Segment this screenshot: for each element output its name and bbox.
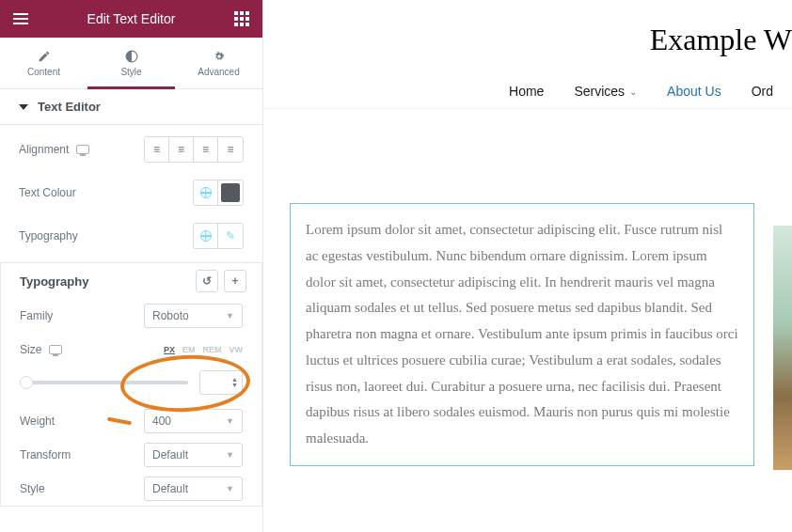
panel-header: Edit Text Editor bbox=[0, 0, 262, 38]
align-left-icon[interactable]: ≡ bbox=[145, 137, 169, 162]
tab-content-label: Content bbox=[27, 67, 60, 77]
size-label-text: Size bbox=[20, 343, 41, 356]
sidebar-image bbox=[773, 226, 792, 470]
chevron-down-icon: ▼ bbox=[226, 484, 234, 493]
unit-vw[interactable]: VW bbox=[230, 345, 244, 354]
align-right-icon[interactable]: ≡ bbox=[194, 137, 218, 162]
contrast-icon bbox=[125, 50, 138, 63]
text-editor-content[interactable]: Lorem ipsum dolor sit amet, consectetur … bbox=[290, 203, 754, 466]
site-nav: Home Services ⌄ About Us Ord bbox=[263, 74, 792, 109]
edit-typography-icon[interactable]: ✎ bbox=[218, 224, 243, 248]
control-style: Style Default ▼ bbox=[1, 472, 261, 506]
alignment-buttons: ≡ ≡ ≡ ≡ bbox=[144, 136, 244, 163]
style-select[interactable]: Default ▼ bbox=[144, 477, 243, 501]
panel-title: Edit Text Editor bbox=[87, 11, 176, 26]
tab-content[interactable]: Content bbox=[0, 38, 87, 88]
align-justify-icon[interactable]: ≡ bbox=[218, 137, 243, 162]
family-value: Roboto bbox=[152, 309, 189, 322]
control-transform: Transform Default ▼ bbox=[1, 438, 261, 472]
control-typography: Typography ✎ bbox=[0, 217, 262, 255]
section-title: Text Editor bbox=[38, 100, 101, 114]
colour-swatch[interactable] bbox=[218, 180, 243, 205]
typography-label: Typography bbox=[19, 229, 78, 243]
widgets-grid-icon[interactable] bbox=[234, 11, 249, 26]
global-colour-icon[interactable] bbox=[194, 180, 218, 205]
stepper-icon[interactable]: ▲▼ bbox=[231, 377, 238, 388]
editor-panel: Edit Text Editor Content Style Advanced … bbox=[0, 0, 263, 532]
caret-down-icon bbox=[19, 104, 28, 110]
colour-controls bbox=[193, 180, 244, 206]
family-label: Family bbox=[20, 309, 53, 322]
nav-services-label: Services bbox=[574, 84, 625, 99]
transform-select[interactable]: Default ▼ bbox=[144, 443, 243, 467]
panel-tabs: Content Style Advanced bbox=[0, 38, 262, 89]
chevron-down-icon: ▼ bbox=[226, 311, 234, 321]
global-typography-icon[interactable] bbox=[194, 224, 218, 248]
weight-label: Weight bbox=[20, 415, 55, 428]
control-text-colour: Text Colour bbox=[0, 174, 262, 211]
control-size: Size PX EM REM VW bbox=[1, 333, 261, 367]
control-alignment: Alignment ≡ ≡ ≡ ≡ bbox=[0, 131, 262, 168]
control-weight: Weight 400 ▼ bbox=[1, 404, 261, 438]
typography-panel-header: Typography ↺ + bbox=[1, 263, 261, 299]
chevron-down-icon: ⌄ bbox=[629, 86, 637, 97]
slider-thumb[interactable] bbox=[20, 376, 33, 389]
size-input[interactable]: ▲▼ bbox=[199, 370, 243, 395]
size-label: Size bbox=[20, 343, 62, 356]
typography-panel-title: Typography bbox=[20, 274, 88, 289]
reset-icon[interactable]: ↺ bbox=[196, 270, 218, 292]
size-slider-row: ▲▼ bbox=[1, 367, 261, 404]
section-text-editor[interactable]: Text Editor bbox=[0, 89, 262, 125]
transform-label: Transform bbox=[20, 448, 71, 462]
responsive-icon[interactable] bbox=[49, 345, 62, 354]
size-units: PX EM REM VW bbox=[164, 345, 243, 354]
menu-icon[interactable] bbox=[13, 13, 28, 24]
nav-services[interactable]: Services ⌄ bbox=[574, 84, 637, 99]
alignment-label: Alignment bbox=[19, 143, 89, 156]
typography-controls: ✎ bbox=[193, 223, 244, 249]
unit-px[interactable]: PX bbox=[164, 345, 175, 354]
tab-style-label: Style bbox=[120, 67, 141, 77]
transform-value: Default bbox=[152, 448, 188, 462]
gear-icon bbox=[213, 50, 226, 63]
control-family: Family Roboto ▼ bbox=[1, 299, 261, 333]
tab-advanced[interactable]: Advanced bbox=[175, 38, 262, 88]
weight-select[interactable]: 400 ▼ bbox=[144, 409, 243, 433]
weight-value: 400 bbox=[152, 415, 171, 428]
pencil-icon bbox=[38, 50, 51, 63]
preview-pane: Example W Home Services ⌄ About Us Ord L… bbox=[263, 0, 792, 532]
chevron-down-icon: ▼ bbox=[226, 450, 234, 460]
family-select[interactable]: Roboto ▼ bbox=[144, 304, 243, 328]
tab-style[interactable]: Style bbox=[87, 38, 175, 88]
responsive-icon[interactable] bbox=[76, 145, 89, 154]
style-value: Default bbox=[152, 482, 188, 495]
style-label: Style bbox=[20, 482, 45, 495]
nav-about[interactable]: About Us bbox=[667, 84, 721, 99]
add-icon[interactable]: + bbox=[224, 270, 246, 292]
nav-home[interactable]: Home bbox=[509, 84, 544, 99]
nav-order[interactable]: Ord bbox=[752, 84, 773, 99]
site-title: Example W bbox=[263, 0, 792, 74]
typography-panel: Typography ↺ + Family Roboto ▼ Size PX E… bbox=[0, 262, 262, 507]
unit-rem[interactable]: REM bbox=[203, 345, 222, 354]
unit-em[interactable]: EM bbox=[182, 345, 196, 354]
tab-advanced-label: Advanced bbox=[198, 67, 239, 77]
align-center-icon[interactable]: ≡ bbox=[169, 137, 194, 162]
size-slider[interactable] bbox=[20, 381, 188, 384]
text-colour-label: Text Colour bbox=[19, 186, 76, 199]
chevron-down-icon: ▼ bbox=[226, 416, 234, 426]
alignment-label-text: Alignment bbox=[19, 143, 69, 156]
